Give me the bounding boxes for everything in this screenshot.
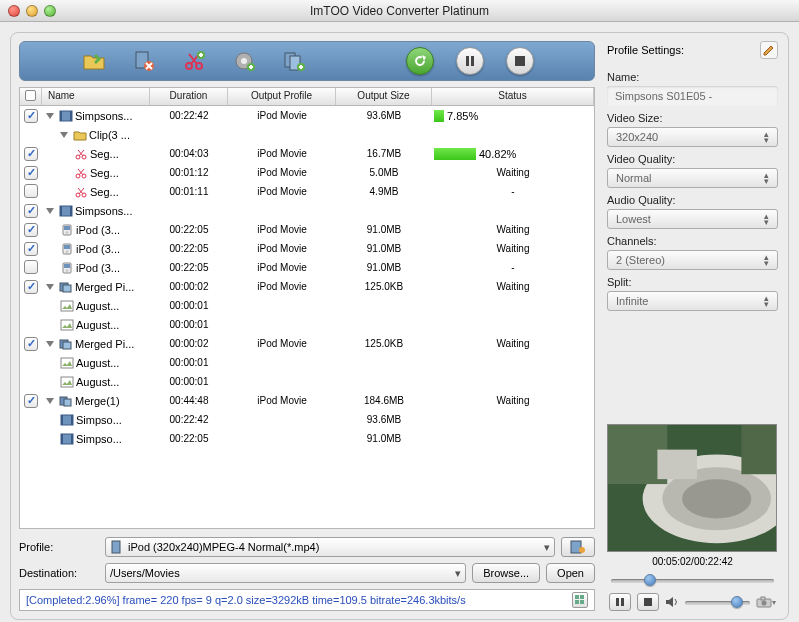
row-name: Simpso...: [76, 433, 122, 445]
folder-icon: [73, 129, 87, 141]
film-icon: [60, 414, 74, 426]
svg-rect-67: [644, 598, 652, 606]
profile-label: Profile:: [19, 541, 99, 553]
table-row[interactable]: Seg...00:04:03iPod Movie16.7MB40.82%: [20, 144, 594, 163]
profile-combo[interactable]: iPod (320x240)MPEG-4 Normal(*.mp4) ▾: [105, 537, 555, 557]
svg-rect-24: [60, 206, 62, 216]
table-row[interactable]: Clip(3 ...: [20, 125, 594, 144]
svg-rect-36: [63, 285, 71, 292]
svg-point-53: [579, 547, 585, 553]
open-button[interactable]: Open: [546, 563, 595, 583]
pause-button[interactable]: [456, 47, 484, 75]
row-checkbox[interactable]: [24, 394, 38, 408]
row-checkbox[interactable]: [24, 147, 38, 161]
add-file-button[interactable]: [80, 47, 108, 75]
svg-rect-44: [64, 399, 71, 406]
column-duration[interactable]: Duration: [150, 88, 228, 105]
merge-button[interactable]: [280, 47, 308, 75]
channels-select[interactable]: 2 (Stereo)▴▾: [607, 250, 778, 270]
profile-edit-button[interactable]: [561, 537, 595, 557]
table-row[interactable]: August...00:00:01: [20, 296, 594, 315]
volume-slider[interactable]: [685, 595, 750, 609]
pic-icon: [60, 319, 74, 331]
svg-rect-66: [621, 598, 624, 606]
header-checkbox[interactable]: [20, 88, 42, 105]
column-status[interactable]: Status: [432, 88, 594, 105]
edit-profile-icon[interactable]: [760, 41, 778, 59]
browse-button[interactable]: Browse...: [472, 563, 540, 583]
table-row[interactable]: Simpso...00:22:4293.6MB: [20, 410, 594, 429]
conversion-table: Name Duration Output Profile Output Size…: [19, 87, 595, 529]
remove-button[interactable]: [130, 47, 158, 75]
seek-slider[interactable]: [611, 573, 774, 587]
table-row[interactable]: Merged Pi...00:00:02iPod Movie125.0KBWai…: [20, 334, 594, 353]
destination-combo[interactable]: /Users/Movies ▾: [105, 563, 466, 583]
pic-icon: [60, 376, 74, 388]
window-title: ImTOO Video Converter Platinum: [0, 4, 799, 18]
row-checkbox[interactable]: [24, 166, 38, 180]
table-row[interactable]: Simpsons...: [20, 201, 594, 220]
svg-rect-65: [616, 598, 619, 606]
play-pause-button[interactable]: [609, 593, 631, 611]
clip-button[interactable]: [180, 47, 208, 75]
table-row[interactable]: Seg...00:01:11iPod Movie4.9MB-: [20, 182, 594, 201]
row-checkbox[interactable]: [24, 109, 38, 123]
video-quality-label: Video Quality:: [607, 153, 778, 165]
audio-quality-select[interactable]: Lowest▴▾: [607, 209, 778, 229]
convert-button[interactable]: [406, 47, 434, 75]
column-size[interactable]: Output Size: [336, 88, 432, 105]
video-quality-select[interactable]: Normal▴▾: [607, 168, 778, 188]
table-row[interactable]: August...00:00:01: [20, 353, 594, 372]
table-row[interactable]: Seg...00:01:12iPod Movie5.0MBWaiting: [20, 163, 594, 182]
snapshot-button[interactable]: ▾: [756, 596, 776, 608]
svg-point-34: [66, 269, 69, 272]
table-row[interactable]: iPod (3...00:22:05iPod Movie91.0MBWaitin…: [20, 220, 594, 239]
svg-rect-25: [70, 206, 72, 216]
svg-point-6: [241, 58, 247, 64]
table-row[interactable]: Simpso...00:22:0591.0MB: [20, 429, 594, 448]
ipod-icon: [60, 243, 74, 255]
disclosure-triangle[interactable]: [46, 341, 54, 347]
stop-button[interactable]: [506, 47, 534, 75]
stop-preview-button[interactable]: [637, 593, 659, 611]
row-checkbox[interactable]: [24, 184, 38, 198]
disclosure-triangle[interactable]: [60, 132, 68, 138]
table-row[interactable]: Simpsons...00:22:42iPod Movie93.6MB7.85%: [20, 106, 594, 125]
scissors-icon: [74, 148, 88, 160]
disclosure-triangle[interactable]: [46, 208, 54, 214]
disclosure-triangle[interactable]: [46, 398, 54, 404]
disclosure-triangle[interactable]: [46, 284, 54, 290]
split-select[interactable]: Infinite▴▾: [607, 291, 778, 311]
name-field[interactable]: Simpsons S01E05 -: [607, 86, 778, 106]
svg-rect-57: [580, 600, 584, 604]
column-profile[interactable]: Output Profile: [228, 88, 336, 105]
video-size-label: Video Size:: [607, 112, 778, 124]
row-checkbox[interactable]: [24, 337, 38, 351]
row-name: August...: [76, 376, 119, 388]
table-row[interactable]: August...00:00:01: [20, 372, 594, 391]
row-name: Seg...: [90, 167, 119, 179]
svg-rect-37: [61, 301, 73, 311]
row-checkbox[interactable]: [24, 204, 38, 218]
column-name[interactable]: Name: [42, 88, 150, 105]
table-row[interactable]: Merge(1)00:44:48iPod Movie184.6MBWaiting: [20, 391, 594, 410]
svg-rect-50: [71, 434, 73, 444]
table-row[interactable]: iPod (3...00:22:05iPod Movie91.0MB-: [20, 258, 594, 277]
table-row[interactable]: August...00:00:01: [20, 315, 594, 334]
status-grid-icon[interactable]: [572, 592, 588, 608]
svg-rect-30: [64, 245, 70, 249]
status-text: [Completed:2.96%] frame= 220 fps= 9 q=2.…: [26, 594, 466, 606]
svg-rect-51: [112, 541, 120, 553]
name-label: Name:: [607, 71, 778, 83]
disclosure-triangle[interactable]: [46, 113, 54, 119]
table-row[interactable]: iPod (3...00:22:05iPod Movie91.0MBWaitin…: [20, 239, 594, 258]
row-checkbox[interactable]: [24, 260, 38, 274]
row-checkbox[interactable]: [24, 280, 38, 294]
table-row[interactable]: Merged Pi...00:00:02iPod Movie125.0KBWai…: [20, 277, 594, 296]
volume-icon[interactable]: [665, 596, 679, 608]
row-checkbox[interactable]: [24, 242, 38, 256]
row-checkbox[interactable]: [24, 223, 38, 237]
row-name: iPod (3...: [76, 224, 120, 236]
video-size-select[interactable]: 320x240▴▾: [607, 127, 778, 147]
settings-button[interactable]: [230, 47, 258, 75]
